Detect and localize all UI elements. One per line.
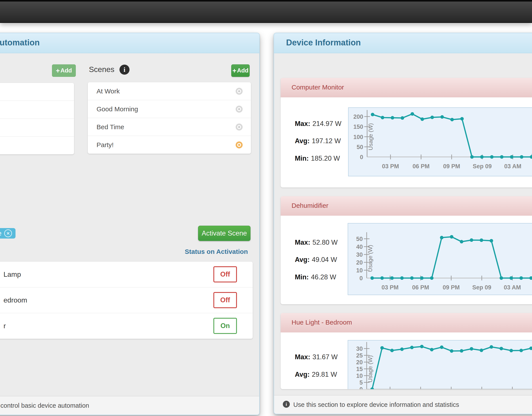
chip-text: e bbox=[0, 230, 1, 237]
svg-text:06 PM: 06 PM bbox=[412, 284, 429, 291]
stat-avg: Avg:197.12 W bbox=[295, 137, 341, 145]
stat-min-value: 46.28 W bbox=[311, 273, 336, 281]
stat-max-label: Max: bbox=[295, 120, 310, 127]
svg-text:5: 5 bbox=[359, 379, 363, 386]
stat-avg-label: Avg: bbox=[295, 256, 310, 264]
svg-text:03 AM: 03 AM bbox=[504, 284, 521, 291]
svg-text:40: 40 bbox=[356, 244, 363, 250]
usage-chart-hue-light: 05101520253003 PM06 PM09 PMSep 0903 AM06… bbox=[348, 340, 532, 389]
scene-item[interactable]: Bed Time bbox=[88, 118, 251, 136]
status-row: r On bbox=[0, 313, 253, 339]
svg-text:09 PM: 09 PM bbox=[443, 284, 460, 291]
stat-max-value: 214.97 W bbox=[312, 120, 342, 127]
device-list-item[interactable] bbox=[0, 101, 74, 119]
svg-text:30: 30 bbox=[356, 251, 363, 258]
stat-min-value: 185.20 W bbox=[311, 154, 340, 162]
scene-name: Party! bbox=[97, 141, 114, 149]
svg-text:10: 10 bbox=[356, 373, 363, 379]
top-navbar bbox=[0, 0, 532, 23]
stat-max-value: 52.80 W bbox=[312, 238, 338, 246]
svg-text:06 PM: 06 PM bbox=[413, 163, 430, 170]
status-toggle-button[interactable]: Off bbox=[213, 266, 237, 283]
status-device-name: edroom bbox=[3, 296, 27, 304]
status-toggle-button[interactable]: On bbox=[213, 318, 237, 334]
scene-name: At Work bbox=[97, 87, 120, 95]
status-on-activation-label: Status on Activation bbox=[0, 248, 248, 255]
status-device-name: r bbox=[3, 322, 6, 330]
stat-max-value: 31.67 W bbox=[312, 353, 338, 361]
automation-panel-header: utomation bbox=[0, 33, 259, 53]
svg-text:50: 50 bbox=[357, 144, 363, 150]
device-info-panel-title: Device Information bbox=[286, 38, 361, 47]
svg-text:200: 200 bbox=[353, 113, 363, 120]
scene-radio-icon[interactable] bbox=[236, 123, 243, 131]
stat-avg: Avg:29.81 W bbox=[295, 371, 337, 378]
svg-text:100: 100 bbox=[353, 134, 363, 140]
automation-panel-title: utomation bbox=[0, 38, 40, 47]
device-card-header: Hue Light - Bedroom bbox=[281, 313, 532, 332]
device-list-item[interactable] bbox=[0, 137, 74, 154]
plus-icon: + bbox=[56, 67, 60, 75]
svg-text:03 AM: 03 AM bbox=[504, 163, 522, 170]
device-information-panel: Device Information Computer Monitor Max:… bbox=[274, 33, 532, 414]
usage-chart-dehumidifier: 0102030405003 PM06 PM09 PMSep 0903 AM06 … bbox=[348, 223, 532, 295]
remove-scene-icon[interactable]: ✕ bbox=[4, 229, 12, 237]
status-row: edroom Off bbox=[0, 287, 253, 313]
scene-item[interactable]: Party! bbox=[88, 136, 251, 154]
add-device-label: Add bbox=[60, 67, 72, 74]
stat-min: Min: bbox=[295, 388, 311, 389]
device-info-panel-footer: i Use this section to explore device inf… bbox=[274, 395, 532, 414]
svg-text:Sep 09: Sep 09 bbox=[473, 163, 492, 170]
svg-text:150: 150 bbox=[353, 123, 363, 130]
add-scene-button[interactable]: + Add bbox=[231, 64, 250, 77]
stat-avg-value: 197.12 W bbox=[312, 137, 341, 145]
info-circle-icon: i bbox=[283, 401, 290, 408]
svg-text:03 PM: 03 PM bbox=[382, 163, 399, 170]
scene-item[interactable]: At Work bbox=[88, 82, 251, 100]
status-list: Lamp Off edroom Off r On bbox=[0, 262, 253, 339]
status-row: Lamp Off bbox=[0, 262, 253, 287]
svg-text:10: 10 bbox=[356, 267, 363, 274]
device-card-title: Dehumidifier bbox=[291, 202, 328, 209]
stat-avg-label: Avg: bbox=[295, 371, 310, 378]
stat-avg-label: Avg: bbox=[295, 137, 310, 145]
stat-avg: Avg:49.04 W bbox=[295, 256, 337, 264]
scene-item[interactable]: Good Morning bbox=[88, 100, 251, 118]
svg-text:15: 15 bbox=[356, 366, 363, 372]
scenes-title: Scenes bbox=[89, 65, 115, 74]
svg-text:Usage (W): Usage (W) bbox=[367, 123, 374, 150]
automation-panel: utomation + Add Scenes i + Add At Work G… bbox=[0, 33, 260, 415]
device-card-hue-light-bedroom: Hue Light - Bedroom Max:31.67 W Avg:29.8… bbox=[281, 313, 532, 389]
scene-radio-icon[interactable] bbox=[236, 142, 243, 148]
svg-text:09 PM: 09 PM bbox=[443, 163, 460, 170]
scene-name: Good Morning bbox=[97, 105, 138, 113]
svg-text:0: 0 bbox=[359, 386, 363, 389]
device-card-title: Hue Light - Bedroom bbox=[291, 319, 352, 326]
scene-radio-icon[interactable] bbox=[236, 88, 243, 95]
automation-panel-footer: control basic device automation bbox=[0, 396, 259, 415]
scenes-list: At Work Good Morning Bed Time Party! bbox=[88, 82, 251, 154]
stat-min: Min:185.20 W bbox=[295, 154, 340, 162]
scene-radio-icon[interactable] bbox=[236, 106, 243, 113]
stat-min: Min:46.28 W bbox=[295, 273, 336, 281]
device-card-dehumidifier: Dehumidifier Max:52.80 W Avg:49.04 W Min… bbox=[281, 196, 532, 304]
plus-icon: + bbox=[232, 67, 236, 75]
device-card-header: Dehumidifier bbox=[281, 196, 532, 216]
svg-text:30: 30 bbox=[356, 346, 363, 352]
svg-text:Usage (W): Usage (W) bbox=[367, 245, 373, 272]
add-device-button[interactable]: + Add bbox=[52, 64, 76, 77]
device-list-item[interactable] bbox=[0, 83, 74, 101]
device-card-title: Computer Monitor bbox=[291, 84, 344, 91]
selected-scene-chip[interactable]: e ✕ bbox=[0, 228, 16, 238]
status-toggle-button[interactable]: Off bbox=[213, 292, 237, 308]
device-card-computer-monitor: Computer Monitor Max:214.97 W Avg:197.12… bbox=[281, 78, 532, 188]
device-list-item[interactable] bbox=[0, 119, 74, 137]
stat-avg-value: 49.04 W bbox=[312, 256, 337, 264]
device-info-panel-header: Device Information bbox=[274, 33, 532, 53]
activate-scene-button[interactable]: Activate Scene bbox=[198, 226, 251, 241]
svg-text:0: 0 bbox=[359, 275, 363, 282]
add-scene-label: Add bbox=[237, 67, 248, 74]
svg-text:25: 25 bbox=[356, 352, 363, 359]
svg-text:0: 0 bbox=[360, 154, 363, 161]
stat-max: Max:214.97 W bbox=[295, 120, 341, 128]
